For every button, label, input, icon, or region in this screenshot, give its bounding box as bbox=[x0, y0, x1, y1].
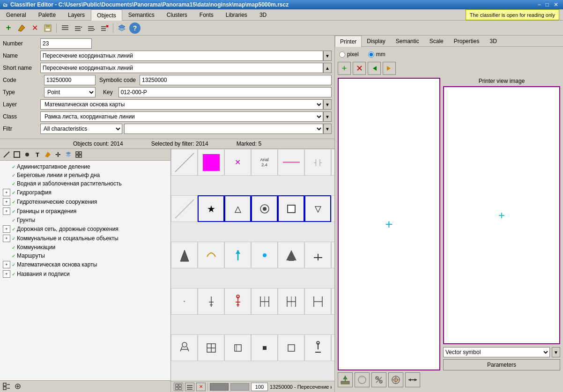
mm-radio[interactable] bbox=[368, 52, 374, 58]
parameters-button[interactable]: Parameters bbox=[443, 359, 560, 370]
maximize-button[interactable]: □ bbox=[544, 1, 551, 8]
tab-3d-right[interactable]: 3D bbox=[484, 36, 502, 46]
expand-icon[interactable]: + bbox=[3, 198, 10, 206]
list-item[interactable]: + ✓ Границы и ограждения bbox=[2, 207, 169, 216]
tree-rect-btn[interactable] bbox=[12, 150, 22, 159]
tab-fonts[interactable]: Fonts bbox=[193, 9, 220, 20]
expand-icon[interactable]: + bbox=[3, 261, 10, 268]
symbol-cell[interactable] bbox=[251, 288, 278, 315]
code-input[interactable] bbox=[44, 75, 96, 85]
symbol-cell[interactable]: ✕ bbox=[224, 149, 251, 176]
type-select[interactable]: Point bbox=[44, 87, 96, 97]
symbol-cell[interactable] bbox=[331, 195, 334, 222]
x-filter-btn[interactable]: ✕ bbox=[196, 383, 206, 391]
symbol-cell[interactable] bbox=[304, 334, 331, 361]
list-item[interactable]: + ✓ Названия и подписи bbox=[2, 269, 169, 279]
tree-cross-btn[interactable]: ✛ bbox=[53, 150, 63, 159]
symbol-cell[interactable] bbox=[331, 288, 334, 315]
symbol-cell[interactable] bbox=[251, 195, 278, 222]
pixel-radio[interactable] bbox=[339, 52, 345, 58]
list-item[interactable]: + ✓ Коммунальные и социальные объекты bbox=[2, 234, 169, 243]
symbol-cell[interactable] bbox=[278, 288, 304, 315]
short-name-input[interactable] bbox=[40, 63, 323, 73]
list-item[interactable]: ✓ Административное деление bbox=[2, 163, 169, 171]
minimize-button[interactable]: − bbox=[536, 1, 543, 8]
symbol-cell[interactable]: ┤├ bbox=[304, 149, 331, 176]
tree-footer-btn1[interactable] bbox=[2, 382, 11, 391]
arrows-btn[interactable] bbox=[405, 372, 420, 387]
vector-symbol-dropdown-btn[interactable]: ▼ bbox=[552, 347, 560, 357]
symbol-cell[interactable] bbox=[278, 242, 304, 268]
add-symbol-btn[interactable]: + bbox=[338, 62, 351, 75]
mm-radio-label[interactable]: mm bbox=[368, 51, 385, 58]
tab-3d[interactable]: 3D bbox=[253, 9, 273, 20]
tab-clusters[interactable]: Clusters bbox=[161, 9, 193, 20]
number-input[interactable] bbox=[40, 38, 92, 49]
edit-button[interactable] bbox=[16, 22, 27, 34]
symbol-cell[interactable]: ★ bbox=[331, 334, 334, 361]
symbol-cell[interactable] bbox=[251, 242, 278, 268]
symbol-cell[interactable]: ★ bbox=[198, 195, 224, 222]
add-button[interactable]: + bbox=[3, 22, 14, 34]
list-item[interactable]: ✓ Водная и заболоченная растительность bbox=[2, 179, 169, 188]
symbol-cell[interactable] bbox=[224, 242, 251, 268]
back-symbol-btn[interactable] bbox=[368, 62, 381, 75]
tab-palette[interactable]: Palette bbox=[32, 9, 62, 20]
symbol-cell[interactable] bbox=[304, 288, 331, 315]
scissors-btn[interactable] bbox=[371, 372, 386, 387]
symbol-cell[interactable]: • bbox=[171, 288, 198, 315]
symbol-cell[interactable] bbox=[331, 242, 334, 268]
symbol-cell[interactable]: Arial2.4 bbox=[251, 149, 278, 176]
tab-scale[interactable]: Scale bbox=[424, 36, 449, 46]
symbol-cell[interactable] bbox=[171, 334, 198, 361]
expand-icon[interactable]: + bbox=[3, 207, 10, 215]
tab-objects[interactable]: Objects bbox=[91, 9, 122, 21]
zoom-input[interactable] bbox=[251, 383, 268, 391]
short-name-up-btn[interactable]: ▲ bbox=[323, 63, 332, 73]
symbol-cell[interactable]: △ bbox=[224, 195, 251, 222]
list-item[interactable]: ✓ Маршруты bbox=[2, 251, 169, 260]
symbol-cell[interactable] bbox=[224, 334, 251, 361]
list-button[interactable] bbox=[59, 22, 71, 34]
vector-symbol-select[interactable]: Vector symbol bbox=[443, 347, 550, 357]
list-x-button[interactable] bbox=[99, 22, 110, 34]
list-item[interactable]: + ✓ Гидротехнические сооружения bbox=[2, 197, 169, 207]
tab-libraries[interactable]: Libraries bbox=[220, 9, 253, 20]
symbol-cell[interactable] bbox=[171, 149, 198, 176]
tab-display[interactable]: Display bbox=[362, 36, 390, 46]
symbol-cell[interactable] bbox=[278, 334, 304, 361]
expand-icon[interactable]: + bbox=[3, 189, 10, 196]
symbol-cell[interactable] bbox=[278, 195, 304, 222]
key-input[interactable] bbox=[119, 87, 332, 97]
list-item[interactable]: + ✓ Дорожная сеть, дорожные сооружения bbox=[2, 224, 169, 234]
name-input[interactable] bbox=[40, 51, 323, 61]
name-down-btn[interactable]: ▼ bbox=[323, 51, 332, 61]
expand-icon[interactable]: + bbox=[3, 225, 10, 233]
symbol-cell[interactable]: ▽ bbox=[304, 195, 331, 222]
tree-edit-btn[interactable] bbox=[43, 150, 52, 159]
tree-text-btn[interactable]: T bbox=[33, 150, 42, 159]
symbol-cell[interactable] bbox=[304, 242, 331, 268]
tab-semantic[interactable]: Semantic bbox=[391, 36, 424, 46]
symbolic-code-input[interactable] bbox=[140, 75, 332, 85]
tree-layers-btn[interactable] bbox=[64, 150, 73, 159]
tree-grid-btn[interactable] bbox=[74, 150, 83, 159]
tab-semantics[interactable]: Semantics bbox=[122, 9, 161, 20]
export-btn[interactable] bbox=[338, 372, 353, 387]
filtr-select[interactable]: All characteristics Selected characteris… bbox=[40, 124, 122, 134]
symbol-cell[interactable] bbox=[278, 149, 304, 176]
save-button[interactable] bbox=[42, 22, 53, 34]
list-up-button[interactable] bbox=[73, 22, 84, 34]
tab-layers[interactable]: Layers bbox=[62, 9, 91, 20]
expand-icon[interactable]: + bbox=[3, 270, 10, 278]
help-button[interactable]: ? bbox=[129, 22, 141, 34]
delete-button[interactable]: ✕ bbox=[29, 22, 40, 34]
list-item[interactable]: ✓ Грунты bbox=[2, 216, 169, 224]
class-select[interactable]: Рамка листа, координатные линии bbox=[40, 111, 323, 122]
paint-btn[interactable] bbox=[355, 372, 370, 387]
filtr-dropdown-btn[interactable]: ▼ bbox=[323, 124, 332, 134]
layer-dropdown-btn[interactable]: ▼ bbox=[323, 99, 332, 110]
symbol-cell[interactable] bbox=[331, 149, 334, 176]
symbol-cell[interactable] bbox=[198, 288, 224, 315]
symbol-cell[interactable] bbox=[251, 334, 278, 361]
